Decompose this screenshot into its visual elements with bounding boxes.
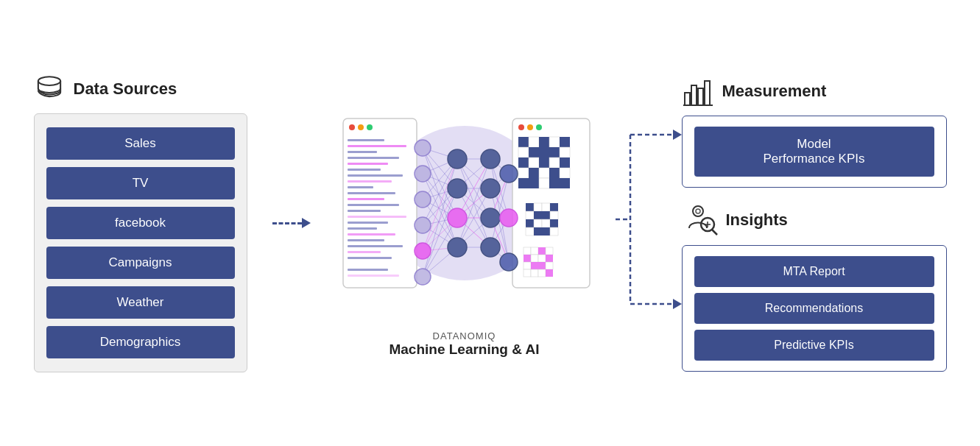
svg-point-154 xyxy=(481,208,500,227)
svg-point-156 xyxy=(500,165,518,183)
svg-point-31 xyxy=(527,124,533,130)
left-arrow-head xyxy=(302,218,311,228)
svg-rect-27 xyxy=(348,269,388,271)
svg-point-144 xyxy=(415,191,431,208)
svg-rect-26 xyxy=(348,257,392,259)
svg-point-152 xyxy=(481,149,500,169)
svg-point-148 xyxy=(448,149,467,169)
svg-rect-18 xyxy=(348,210,381,212)
svg-rect-37 xyxy=(560,137,570,147)
svg-rect-166 xyxy=(691,85,697,105)
svg-point-5 xyxy=(367,124,373,130)
svg-point-145 xyxy=(415,217,431,233)
svg-rect-50 xyxy=(539,168,549,178)
svg-rect-81 xyxy=(546,255,553,262)
svg-point-143 xyxy=(415,166,431,182)
svg-rect-57 xyxy=(560,178,570,188)
svg-rect-16 xyxy=(348,198,384,200)
svg-rect-8 xyxy=(348,151,377,153)
svg-point-30 xyxy=(518,124,524,130)
svg-rect-49 xyxy=(529,168,539,178)
svg-rect-52 xyxy=(560,168,570,178)
svg-point-0 xyxy=(38,77,60,85)
right-panel: Measurement Model Performance KPIs xyxy=(682,75,947,372)
svg-rect-71 xyxy=(534,227,542,236)
svg-rect-34 xyxy=(529,137,539,147)
svg-rect-48 xyxy=(518,168,529,178)
svg-rect-55 xyxy=(539,178,549,188)
measurement-title: Measurement xyxy=(722,82,827,101)
svg-point-149 xyxy=(448,179,467,198)
svg-rect-58 xyxy=(526,203,534,211)
svg-rect-10 xyxy=(348,163,388,165)
svg-rect-45 xyxy=(539,157,549,168)
svg-rect-73 xyxy=(550,227,558,236)
svg-point-151 xyxy=(448,238,467,257)
svg-rect-19 xyxy=(348,216,406,218)
svg-point-32 xyxy=(536,124,542,130)
svg-rect-64 xyxy=(542,211,550,219)
svg-rect-21 xyxy=(348,227,377,230)
model-performance-kpi-btn: Model Performance KPIs xyxy=(694,127,934,177)
svg-rect-76 xyxy=(538,247,546,255)
neural-network-diagram xyxy=(336,89,593,325)
source-tv: TV xyxy=(46,167,235,199)
database-icon xyxy=(34,74,65,105)
nn-label-bottom: Machine Learning & AI xyxy=(389,341,539,358)
svg-rect-80 xyxy=(538,255,546,262)
svg-rect-40 xyxy=(539,147,549,157)
svg-point-147 xyxy=(415,269,431,285)
main-container: Data Sources Sales TV facebook Campaigns… xyxy=(19,13,962,433)
svg-rect-38 xyxy=(518,147,529,157)
svg-rect-35 xyxy=(539,137,549,147)
svg-rect-77 xyxy=(546,247,553,255)
nn-label: DATANOMIQ Machine Learning & AI xyxy=(389,330,539,358)
svg-rect-82 xyxy=(524,262,531,269)
svg-point-170 xyxy=(693,206,703,216)
svg-point-3 xyxy=(349,124,355,130)
svg-rect-165 xyxy=(685,93,690,105)
svg-rect-89 xyxy=(546,269,553,277)
svg-rect-6 xyxy=(348,139,384,141)
svg-rect-56 xyxy=(549,178,560,188)
svg-rect-168 xyxy=(705,81,710,105)
svg-marker-163 xyxy=(673,299,682,309)
svg-rect-39 xyxy=(529,147,539,157)
svg-rect-36 xyxy=(549,137,560,147)
svg-rect-11 xyxy=(348,169,381,171)
svg-rect-59 xyxy=(534,203,542,211)
source-weather: Weather xyxy=(46,286,235,319)
svg-point-142 xyxy=(415,140,431,156)
svg-rect-78 xyxy=(524,255,531,262)
svg-rect-65 xyxy=(550,211,558,219)
source-demographics: Demographics xyxy=(46,326,235,358)
data-sources-header: Data Sources xyxy=(34,74,177,105)
svg-marker-161 xyxy=(673,130,682,140)
nn-label-top: DATANOMIQ xyxy=(389,330,539,341)
left-dashed-arrow xyxy=(272,218,311,228)
svg-line-173 xyxy=(712,230,717,235)
svg-rect-83 xyxy=(531,262,538,269)
svg-rect-85 xyxy=(546,262,553,269)
svg-rect-12 xyxy=(348,174,403,177)
svg-rect-54 xyxy=(529,178,539,188)
svg-rect-14 xyxy=(348,186,373,188)
svg-rect-44 xyxy=(529,157,539,168)
svg-rect-62 xyxy=(526,211,534,219)
svg-point-158 xyxy=(500,253,518,271)
connector-svg xyxy=(616,91,682,355)
svg-point-150 xyxy=(448,208,467,227)
svg-rect-79 xyxy=(531,255,538,262)
connector-arrows xyxy=(616,91,682,355)
svg-rect-69 xyxy=(550,219,558,227)
svg-point-4 xyxy=(358,124,364,130)
left-panel: Data Sources Sales TV facebook Campaigns… xyxy=(34,74,255,372)
right-connector-area: Measurement Model Performance KPIs xyxy=(616,75,947,372)
svg-rect-75 xyxy=(531,247,538,255)
svg-rect-7 xyxy=(348,145,406,147)
svg-rect-2 xyxy=(343,118,417,288)
bar-chart-icon xyxy=(682,75,715,108)
insights-header: Insights xyxy=(682,202,947,238)
data-sources-title: Data Sources xyxy=(74,79,177,99)
insights-icon xyxy=(682,202,719,238)
